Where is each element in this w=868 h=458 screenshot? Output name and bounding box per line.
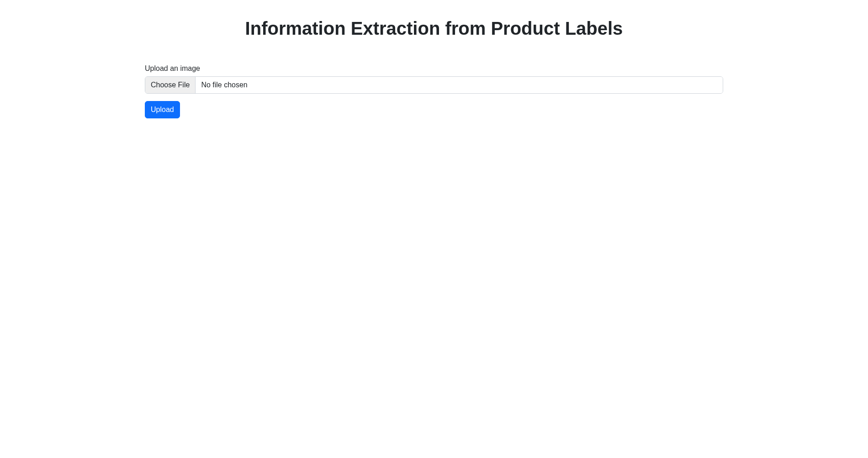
choose-file-button[interactable]: Choose File [145, 77, 196, 93]
file-input[interactable]: Choose File No file chosen [145, 76, 723, 94]
page-title: Information Extraction from Product Labe… [145, 18, 723, 39]
file-status-text: No file chosen [196, 77, 723, 93]
upload-button[interactable]: Upload [145, 101, 180, 118]
upload-label: Upload an image [145, 64, 723, 73]
